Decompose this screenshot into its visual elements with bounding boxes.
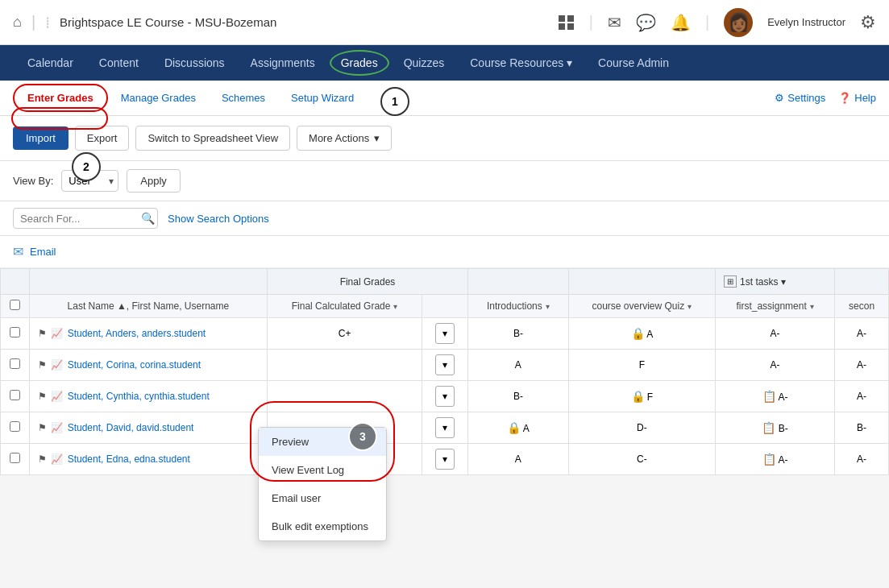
- grade-cell-2: [267, 350, 422, 381]
- grade-dropdown-trigger-4[interactable]: ▾: [435, 417, 455, 438]
- quiz-cell-3: 🔒 F: [568, 381, 715, 412]
- grades-table: Final Grades ⊞ 1st tasks ▾: [0, 268, 889, 475]
- sort-arrow-assignment[interactable]: ▾: [810, 302, 814, 311]
- grade-dropdown-trigger-2[interactable]: ▾: [435, 354, 455, 375]
- step-circle-2: 2: [72, 152, 101, 181]
- quiz-cell-5: C-: [568, 444, 715, 475]
- assignment-icon-5: 📋: [762, 453, 776, 466]
- email-label[interactable]: Email: [30, 246, 56, 258]
- more-actions-button[interactable]: More Actions ▾: [297, 126, 392, 151]
- grade-cell-3: [267, 381, 422, 412]
- view-by-bar: View By: User Group Apply: [0, 161, 889, 201]
- subnav-enter-grades[interactable]: Enter Grades: [13, 84, 108, 112]
- checkbox-1[interactable]: [10, 327, 20, 337]
- settings-gear-icon: ⚙: [775, 92, 784, 104]
- grade-dropdown-trigger-5[interactable]: ▾: [435, 449, 455, 470]
- settings-icon[interactable]: ⚙: [860, 12, 876, 33]
- sort-arrow-intro[interactable]: ▾: [546, 302, 550, 311]
- subnav-schemes[interactable]: Schemes: [209, 85, 278, 110]
- home-icon[interactable]: ⌂: [13, 14, 22, 31]
- sub-nav: Enter Grades Manage Grades Schemes Setup…: [0, 81, 889, 116]
- assignment-cell-3: 📋 A-: [716, 381, 835, 412]
- col-name-header: [30, 269, 268, 295]
- col-quiz-subheader: course overview Quiz ▾: [568, 295, 715, 318]
- table-container: Final Grades ⊞ 1st tasks ▾: [0, 268, 889, 475]
- nav-item-quizzes[interactable]: Quizzes: [393, 50, 456, 76]
- show-search-options-link[interactable]: Show Search Options: [168, 213, 269, 225]
- student-name-cell-5: ⚑ 📈 Student, Edna, edna.student: [30, 444, 268, 475]
- nav-item-assignments[interactable]: Assignments: [239, 50, 326, 76]
- group-chevron-icon[interactable]: ▾: [781, 276, 786, 288]
- nav-item-grades[interactable]: Grades: [330, 50, 389, 76]
- student-link-1[interactable]: Student, Anders, anders.student: [68, 328, 206, 339]
- dropdown-item-bulk-edit[interactable]: Bulk edit exemptions: [259, 512, 386, 540]
- dropdown-cell-5: ▾: [422, 444, 468, 475]
- dropdown-item-email-user[interactable]: Email user: [259, 484, 386, 512]
- grade-dropdown-trigger-3[interactable]: ▾: [435, 386, 455, 407]
- checkbox-3[interactable]: [10, 390, 20, 400]
- col-assignment-subheader: first_assignment ▾: [716, 295, 835, 318]
- switch-view-button[interactable]: Switch to Spreadsheet View: [135, 126, 290, 151]
- subnav-manage-grades[interactable]: Manage Grades: [108, 85, 209, 110]
- row-checkbox-1: [1, 318, 30, 350]
- subnav-setup-wizard[interactable]: Setup Wizard: [278, 85, 367, 110]
- student-link-3[interactable]: Student, Cynthia, cynthia.student: [68, 391, 210, 402]
- checkbox-5[interactable]: [10, 453, 20, 463]
- vdivider: |: [589, 13, 593, 31]
- course-title: Brightspace LE Course - MSU-Bozeman: [60, 15, 276, 29]
- nav-item-course-resources[interactable]: Course Resources ▾: [459, 50, 584, 76]
- student-link-5[interactable]: Student, Edna, edna.student: [68, 453, 190, 465]
- student-name-cell-1: ⚑ 📈 Student, Anders, anders.student: [30, 318, 268, 350]
- checkbox-4[interactable]: [10, 421, 20, 432]
- col-second-subheader: secon: [835, 295, 889, 318]
- sort-arrow-final[interactable]: ▾: [393, 302, 397, 311]
- assignment-icon-3: 📋: [762, 390, 776, 403]
- grid-icon[interactable]: [559, 15, 575, 30]
- help-link[interactable]: ❓ Help: [838, 92, 876, 104]
- export-button[interactable]: Export: [75, 126, 130, 151]
- search-input[interactable]: [20, 213, 141, 225]
- dropdown-cell-1: ▾: [422, 318, 468, 350]
- email-row: ✉ Email: [0, 236, 889, 268]
- assignment-cell-1: A-: [716, 318, 835, 350]
- nav-item-content[interactable]: Content: [88, 50, 150, 76]
- avatar[interactable]: 👩🏾: [724, 8, 753, 37]
- flag-icon-2: ⚑: [38, 359, 47, 371]
- table-row: ⚑ 📈 Student, David, david.student ▾ 🔒 A …: [1, 412, 889, 444]
- table-row: ⚑ 📈 Student, Edna, edna.student ▾ A C- 📋…: [1, 444, 889, 475]
- top-bar: ⌂ | ⁞ Brightspace LE Course - MSU-Bozema…: [0, 0, 889, 45]
- col-quiz-header: [568, 269, 715, 295]
- mail-icon[interactable]: ✉: [608, 13, 621, 32]
- nav-item-calendar[interactable]: Calendar: [16, 50, 85, 76]
- col-introductions-header: [468, 269, 568, 295]
- chat-icon[interactable]: 💬: [636, 13, 656, 32]
- col-assignment-header: ⊞ 1st tasks ▾: [716, 269, 835, 295]
- search-icon-button[interactable]: 🔍: [141, 212, 155, 225]
- col-intro-subheader: Introductions ▾: [468, 295, 568, 318]
- nav-item-discussions[interactable]: Discussions: [153, 50, 236, 76]
- bell-icon[interactable]: 🔔: [671, 13, 691, 32]
- expand-icon[interactable]: ⊞: [724, 275, 737, 288]
- grade-dropdown-trigger-1[interactable]: ▾: [435, 323, 455, 344]
- col-checkbox-header: [1, 269, 30, 295]
- flag-icon-5: ⚑: [38, 453, 47, 465]
- dropdown-item-event-log[interactable]: View Event Log: [259, 456, 386, 484]
- toolbar: Import Export Switch to Spreadsheet View…: [0, 116, 889, 161]
- import-button[interactable]: Import: [13, 126, 69, 150]
- nav-item-course-admin[interactable]: Course Admin: [587, 50, 680, 76]
- apply-button[interactable]: Apply: [127, 169, 181, 193]
- intro-cell-2: A: [468, 350, 568, 381]
- intro-icon-4: 🔒: [507, 421, 521, 434]
- sort-arrow-quiz[interactable]: ▾: [688, 302, 692, 311]
- email-icon: ✉: [13, 244, 23, 259]
- vdivider2: |: [705, 13, 709, 31]
- select-all-checkbox[interactable]: [10, 300, 20, 310]
- student-link-2[interactable]: Student, Corina, corina.student: [68, 359, 201, 371]
- second-cell-4: B-: [835, 412, 889, 444]
- col-final-calc-subheader: Final Calculated Grade ▾: [267, 295, 422, 318]
- quiz-cell-2: F: [568, 350, 715, 381]
- second-cell-3: A-: [835, 381, 889, 412]
- checkbox-2[interactable]: [10, 358, 20, 369]
- settings-link[interactable]: ⚙ Settings: [775, 92, 825, 104]
- student-link-4[interactable]: Student, David, david.student: [68, 422, 194, 433]
